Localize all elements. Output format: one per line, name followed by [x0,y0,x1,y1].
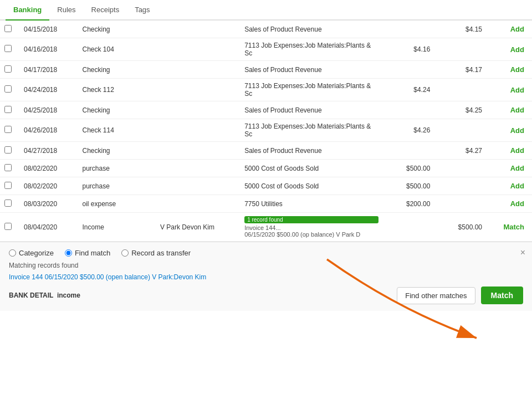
table-row: 08/02/2020purchase5000 Cost of Goods Sol… [0,160,532,177]
row-checkbox[interactable] [4,146,12,154]
row-action-cell: Add [487,177,532,195]
row-receive [434,119,487,142]
match-button[interactable]: Match [481,287,523,304]
radio-record-transfer-input[interactable] [121,249,129,257]
table-row: 08/04/2020IncomeV Park Devon Kim1 record… [0,213,532,242]
row-spend: $500.00 [383,160,435,177]
row-date: 04/17/2018 [19,61,78,79]
row-checkbox[interactable] [4,182,12,189]
row-add-button[interactable]: Add [507,181,528,191]
row-account: purchase [78,160,155,177]
radio-categorize[interactable]: Categorize [9,249,54,257]
row-payee [156,21,240,38]
tab-banking[interactable]: Banking [6,0,49,21]
radio-find-match[interactable]: Find match [65,249,110,257]
row-date: 08/04/2020 [19,213,78,242]
radio-record-transfer[interactable]: Record as transfer [121,249,191,257]
row-account: Check 112 [78,79,155,101]
row-date: 04/16/2018 [19,38,78,61]
row-date: 08/03/2020 [19,195,78,213]
row-checkbox[interactable] [4,25,12,32]
row-checkbox[interactable] [4,126,12,133]
row-checkbox[interactable] [4,200,12,207]
row-receive [434,177,487,195]
table-row: 04/17/2018CheckingSales of Product Reven… [0,61,532,79]
row-receive: $4.15 [434,21,487,38]
row-payee [156,142,240,160]
tab-receipts[interactable]: Receipts [84,0,127,21]
tab-rules[interactable]: Rules [49,0,83,21]
row-add-button[interactable]: Add [507,105,528,115]
radio-find-match-input[interactable] [65,249,72,257]
row-memo: 1 record foundInvoice 144...06/15/2020 $… [240,213,383,242]
row-memo: Sales of Product Revenue [240,61,383,79]
row-memo: 5000 Cost of Goods Sold [240,160,383,177]
row-checkbox[interactable] [4,65,12,73]
bank-detail-label: BANK DETAIL [9,291,53,299]
invoice-link[interactable]: Invoice 144 06/15/2020 $500.00 (open bal… [9,273,206,281]
row-payee [156,160,240,177]
bank-detail-row: BANK DETAIL income Find other matches Ma… [9,287,523,304]
row-memo: 7113 Job Expenses:Job Materials:Plants &… [240,119,383,142]
row-checkbox[interactable] [4,106,12,113]
row-action-cell: Add [487,142,532,160]
row-action-cell: Add [487,38,532,61]
row-spend: $4.16 [383,38,435,61]
row-spend [383,101,435,119]
tab-tags[interactable]: Tags [127,0,157,21]
row-date: 04/15/2018 [19,21,78,38]
row-receive: $4.17 [434,61,487,79]
row-account: Checking [78,21,155,38]
row-payee [156,177,240,195]
radio-record-transfer-label: Record as transfer [131,249,191,257]
row-add-button[interactable]: Add [507,198,528,209]
row-checkbox[interactable] [4,45,12,52]
row-date: 08/02/2020 [19,177,78,195]
row-memo: Sales of Product Revenue [240,142,383,160]
record-found-badge: 1 record found [244,216,378,223]
row-spend: $200.00 [383,195,435,213]
row-add-button[interactable]: Add [507,24,528,34]
find-other-matches-button[interactable]: Find other matches [397,287,475,304]
row-spend [383,61,435,79]
row-add-button[interactable]: Add [507,163,528,173]
radio-categorize-input[interactable] [9,249,16,257]
row-checkbox-cell [0,101,19,119]
close-panel-button[interactable]: × [520,248,525,258]
row-date: 04/24/2018 [19,79,78,101]
row-memo: 7113 Job Expenses:Job Materials:Plants &… [240,38,383,61]
row-checkbox[interactable] [4,164,12,171]
row-add-button[interactable]: Add [507,64,528,75]
row-receive [434,38,487,61]
row-checkbox-cell [0,61,19,79]
row-action-cell: Match [487,213,532,242]
panel-actions: Find other matches Match [397,287,523,304]
row-checkbox[interactable] [4,85,12,93]
row-add-button[interactable]: Add [507,85,528,95]
row-payee [156,61,240,79]
row-spend [383,21,435,38]
row-account: purchase [78,177,155,195]
row-checkbox-cell [0,119,19,142]
row-add-button[interactable]: Add [507,125,528,136]
row-payee: V Park Devon Kim [156,213,240,242]
row-receive [434,195,487,213]
row-checkbox-cell [0,213,19,242]
row-receive [434,160,487,177]
bank-detail-text: BANK DETAIL income [9,291,80,299]
row-add-button[interactable]: Add [507,44,528,55]
table-row: 08/02/2020purchase5000 Cost of Goods Sol… [0,177,532,195]
row-checkbox-cell [0,38,19,61]
row-match-button[interactable]: Match [500,222,528,232]
row-account: Check 114 [78,119,155,142]
row-spend: $4.26 [383,119,435,142]
row-checkbox-cell [0,177,19,195]
table-row: 08/03/2020oil expense7750 Utilities$200.… [0,195,532,213]
row-add-button[interactable]: Add [507,145,528,156]
table-row: 04/24/2018Check 1127113 Job Expenses:Job… [0,79,532,101]
row-checkbox-cell [0,79,19,101]
row-date: 04/26/2018 [19,119,78,142]
row-receive: $4.25 [434,101,487,119]
row-checkbox[interactable] [4,223,12,230]
row-checkbox-cell [0,21,19,38]
